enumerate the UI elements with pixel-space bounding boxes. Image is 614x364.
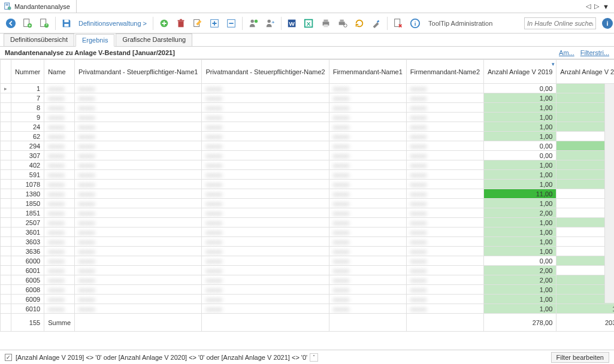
search-input[interactable]	[524, 17, 596, 29]
table-row[interactable]: 294xxxxxxxxxxxxxxxxxxxxxxxxx0,003,000,00	[1, 141, 615, 151]
table-row[interactable]: 1851xxxxxxxxxxxxxxxxxxxxxxxxx2,000,000,0…	[1, 208, 615, 218]
filter-dropdown-icon[interactable]: ˅	[310, 353, 318, 362]
summary-row: 155 Summe 278,00 203,00 144,00	[1, 314, 615, 332]
column-header[interactable]	[1, 60, 11, 84]
svg-text:›: ›	[46, 21, 47, 28]
svg-rect-27	[323, 19, 328, 22]
table-row[interactable]: 591xxxxxxxxxxxxxxxxxxxxxxxxx1,001,000,00	[1, 170, 615, 180]
subtabs: Definitionsübersicht Ergebnis Grafische …	[0, 34, 614, 47]
user-right-button[interactable]	[263, 16, 277, 31]
column-header[interactable]: Privatmandant - Steuerpflichtiger-Name1	[75, 60, 202, 84]
svg-rect-15	[180, 19, 182, 20]
info-small-button[interactable]: i	[408, 16, 422, 31]
print-detail-button[interactable]	[335, 16, 350, 31]
svg-text:i: i	[415, 20, 416, 26]
svg-point-4	[6, 18, 16, 28]
refresh-button[interactable]	[352, 16, 367, 31]
titlebar: Mandantenanalyse ◁ ▷ ▼	[0, 0, 614, 13]
print-button[interactable]	[319, 16, 333, 31]
table-row[interactable]: 307xxxxxxxxxxxxxxxxxxxxxxxxx0,001,000,00	[1, 151, 615, 160]
document-tab-label: Mandantenanalyse	[14, 3, 70, 10]
minus-box-button[interactable]	[224, 16, 238, 31]
nav-prev-icon[interactable]: ◁	[586, 2, 591, 10]
save-button[interactable]	[59, 16, 74, 31]
svg-rect-28	[323, 24, 328, 27]
user-add-button[interactable]	[246, 16, 261, 31]
edit-button[interactable]	[190, 16, 205, 31]
nav-menu-icon[interactable]: ▼	[603, 3, 609, 10]
table-row[interactable]: 7xxxxxxxxxxxxxxxxxxxxxxxxx1,001,001,00	[1, 93, 615, 103]
column-header[interactable]: Firmenmandant-Name2	[406, 60, 483, 84]
table-row[interactable]: 1380xxxxxxxxxxxxxxxxxxxxxxxxx11,000,000,…	[1, 189, 615, 199]
filter-bar: ✓ [Anzahl Anlage V 2019] <> '0' oder [An…	[0, 350, 614, 364]
vertical-scrollbar[interactable]	[604, 84, 614, 303]
tab-ergebnis[interactable]: Ergebnis	[75, 34, 114, 47]
column-header[interactable]: Firmenmandant-Name1	[329, 60, 406, 84]
table-row[interactable]: 2507xxxxxxxxxxxxxxxxxxxxxxxxx1,001,000,0…	[1, 218, 615, 228]
column-header[interactable]: Nummer	[11, 60, 44, 84]
table-row[interactable]: 6009xxxxxxxxxxxxxxxxxxxxxxxxx1,002,002,0…	[1, 295, 615, 304]
plus-box-button[interactable]	[207, 16, 222, 31]
table-row[interactable]: 3601xxxxxxxxxxxxxxxxxxxxxxxxx1,000,000,0…	[1, 228, 615, 237]
table-row[interactable]: ▸1xxxxxxxxxxxxxxxxxxxxxxxxx0,001,000,00	[1, 84, 615, 93]
data-grid[interactable]: NummerNamePrivatmandant - Steuerpflichti…	[0, 59, 614, 338]
svg-point-20	[255, 19, 258, 22]
svg-rect-14	[178, 20, 184, 21]
filter-edit-button[interactable]: Filter bearbeiten	[551, 352, 610, 363]
column-header[interactable]: Name	[44, 60, 75, 84]
svg-point-21	[268, 19, 271, 22]
defverwaltung-button[interactable]: Definitionsverwaltung >	[76, 20, 149, 27]
filterstring-link[interactable]: Filterstri...	[580, 49, 609, 56]
svg-rect-10	[64, 19, 68, 22]
column-header[interactable]: Anzahl Anlage V 2019▾	[484, 60, 556, 84]
toolbar: › Definitionsverwaltung > W X i ToolTip …	[0, 13, 614, 34]
table-row[interactable]: 6000xxxxxxxxxxxxxxxxxxxxxxxxx0,001,001,0…	[1, 256, 615, 266]
svg-rect-13	[179, 21, 184, 27]
svg-rect-30	[340, 19, 344, 22]
doc-remove-button[interactable]	[391, 16, 406, 31]
table-row[interactable]: 6010xxxxxxxxxxxxxxxxxxxxxxxxx1,001,001,0…	[1, 304, 615, 314]
document-tab[interactable]: Mandantenanalyse	[0, 0, 77, 13]
svg-rect-2	[6, 5, 8, 5]
excel-export-button[interactable]: X	[302, 16, 316, 31]
svg-text:X: X	[307, 20, 311, 26]
new-button[interactable]	[157, 16, 171, 31]
svg-text:W: W	[289, 20, 295, 26]
svg-point-3	[8, 7, 11, 10]
tab-definitionsuebersicht[interactable]: Definitionsübersicht	[4, 34, 74, 46]
table-row[interactable]: 8xxxxxxxxxxxxxxxxxxxxxxxxx1,001,000,00	[1, 103, 615, 113]
table-row[interactable]: 3603xxxxxxxxxxxxxxxxxxxxxxxxx1,000,000,0…	[1, 237, 615, 247]
table-row[interactable]: 1850xxxxxxxxxxxxxxxxxxxxxxxxx1,000,000,0…	[1, 199, 615, 208]
document-icon	[4, 2, 12, 11]
info-button[interactable]: i	[602, 18, 613, 29]
column-header[interactable]: Privatmandant - Steuerpflichtiger-Name2	[202, 60, 329, 84]
table-row[interactable]: 62xxxxxxxxxxxxxxxxxxxxxxxxx1,000,000,00	[1, 132, 615, 141]
back-button[interactable]	[4, 16, 18, 31]
svg-point-19	[251, 19, 254, 22]
filter-checkbox[interactable]: ✓	[5, 354, 12, 361]
table-row[interactable]: 6005xxxxxxxxxxxxxxxxxxxxxxxxx2,002,002,0…	[1, 275, 615, 285]
tooltip-admin-label[interactable]: ToolTip Administration	[425, 20, 496, 27]
column-header[interactable]: Anzahl Anlage V 2020▾	[556, 60, 614, 84]
svg-rect-1	[6, 4, 8, 4]
table-row[interactable]: 402xxxxxxxxxxxxxxxxxxxxxxxxx1,001,001,00	[1, 160, 615, 170]
am-link[interactable]: Am...	[559, 49, 574, 56]
delete-button[interactable]	[174, 16, 188, 31]
filter-expression: [Anzahl Anlage V 2019] <> '0' oder [Anza…	[16, 354, 307, 361]
nav-next-icon[interactable]: ▷	[594, 2, 599, 10]
doc-add-button[interactable]	[20, 16, 35, 31]
table-row[interactable]: 24xxxxxxxxxxxxxxxxxxxxxxxxx1,001,000,00	[1, 122, 615, 132]
table-row[interactable]: 9xxxxxxxxxxxxxxxxxxxxxxxxx1,001,000,00	[1, 113, 615, 122]
doc-config-button[interactable]: ›	[37, 16, 52, 31]
tab-grafische-darstellung[interactable]: Grafische Darstellung	[116, 34, 192, 46]
table-row[interactable]: 6001xxxxxxxxxxxxxxxxxxxxxxxxx2,000,002,0…	[1, 266, 615, 275]
svg-rect-11	[64, 23, 68, 26]
word-export-button[interactable]: W	[285, 16, 300, 31]
filter-pin-icon[interactable]: ▾	[552, 61, 555, 67]
page-caption: Mandantenanalyse zu Anlage V-Bestand [Ja…	[5, 49, 175, 56]
table-row[interactable]: 3636xxxxxxxxxxxxxxxxxxxxxxxxx1,000,000,0…	[1, 247, 615, 256]
table-row[interactable]: 6008xxxxxxxxxxxxxxxxxxxxxxxxx1,002,002,0…	[1, 285, 615, 295]
table-row[interactable]: 1078xxxxxxxxxxxxxxxxxxxxxxxxx1,001,001,0…	[1, 180, 615, 189]
svg-point-31	[344, 23, 347, 26]
tools-button[interactable]	[369, 16, 383, 31]
